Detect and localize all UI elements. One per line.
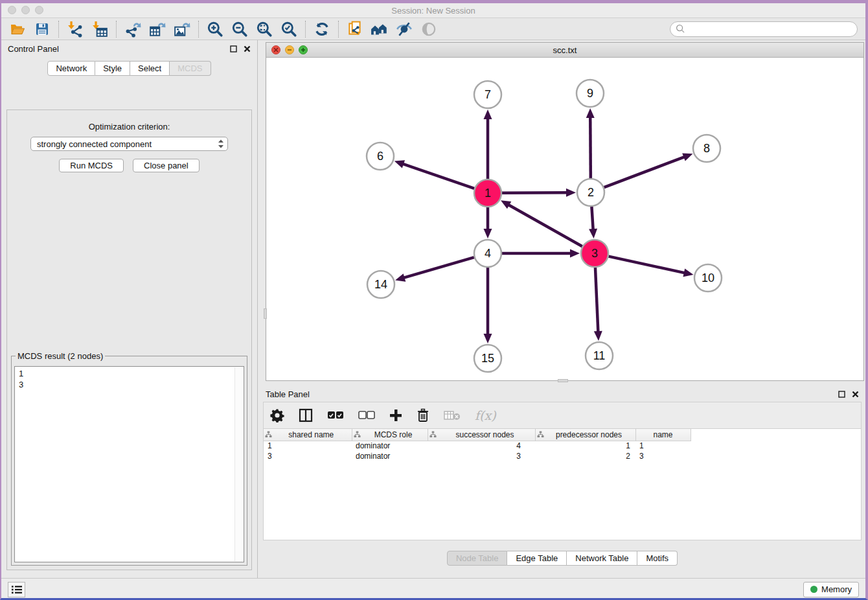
edge-arrowhead — [395, 273, 405, 281]
graph-edge-3-11[interactable] — [595, 268, 598, 332]
mcds-result-text[interactable]: 13 — [14, 366, 244, 562]
columns-icon — [299, 408, 313, 422]
control-tab-mcds[interactable]: MCDS — [170, 61, 211, 76]
network-window-controls — [271, 45, 308, 54]
edge-arrowhead — [484, 229, 492, 238]
toolbar-separator — [198, 21, 199, 38]
result-scrollbar[interactable] — [234, 367, 243, 561]
deselect-all-columns-button[interactable] — [358, 411, 375, 420]
column-header-predecessor-nodes[interactable]: predecessor nodes — [535, 429, 635, 441]
zoom-out-button[interactable] — [227, 19, 252, 39]
table-tab-network-table[interactable]: Network Table — [567, 551, 637, 566]
split-columns-button[interactable] — [299, 408, 313, 422]
search-input[interactable] — [689, 25, 852, 34]
hide-graphics-details-button[interactable] — [392, 19, 417, 39]
close-panel-button[interactable]: Close panel — [133, 159, 200, 172]
first-neighbors-button[interactable] — [367, 19, 392, 39]
memory-button[interactable]: Memory — [803, 582, 859, 597]
delete-columns-button[interactable] — [417, 408, 429, 422]
column-header-shared-name[interactable]: shared name — [264, 429, 352, 441]
edge-arrowhead — [484, 334, 492, 343]
window-resize-handle[interactable] — [558, 379, 568, 382]
export-table-button[interactable] — [145, 19, 170, 39]
edge-arrowhead — [586, 108, 595, 118]
control-tab-select[interactable]: Select — [130, 61, 170, 76]
graph-edge-4-14[interactable] — [404, 257, 474, 278]
import-table-button[interactable] — [87, 19, 112, 39]
table-cell[interactable]: 4 — [428, 441, 535, 451]
table-cell[interactable]: 3 — [428, 451, 535, 461]
network-canvas[interactable]: 7968124314101511 — [266, 58, 863, 380]
close-network-button[interactable] — [271, 45, 280, 54]
graph-node-label: 3 — [591, 247, 598, 260]
table-cell[interactable]: 1 — [535, 441, 635, 451]
refresh-icon — [314, 21, 330, 38]
column-header-MCDS-role[interactable]: MCDS role — [352, 429, 428, 441]
import-network-button[interactable] — [63, 19, 87, 39]
column-header-name[interactable]: name — [635, 429, 691, 441]
graph-edge-2-3[interactable] — [591, 207, 593, 230]
graph-edge-2-8[interactable] — [604, 157, 685, 187]
graph-edge-3-1[interactable] — [508, 205, 582, 247]
column-header-label: MCDS role — [361, 430, 426, 439]
optimization-criterion-dropdown[interactable]: strongly connected component — [30, 137, 228, 151]
open-session-button[interactable] — [5, 19, 30, 39]
table-row[interactable]: 1dominator411 — [264, 441, 691, 451]
table-cell[interactable]: 1 — [635, 441, 691, 451]
edge-arrowhead — [566, 189, 576, 197]
panel-resize-handle[interactable] — [264, 308, 267, 319]
zoom-in-button[interactable] — [203, 19, 227, 39]
graph-edge-2-9[interactable] — [590, 117, 591, 178]
maximize-network-button[interactable] — [299, 45, 308, 54]
optimization-criterion-label: Optimization criterion: — [7, 122, 251, 132]
table-tab-node-table[interactable]: Node Table — [447, 551, 508, 566]
column-header-successor-nodes[interactable]: successor nodes — [428, 429, 535, 441]
graph-edge-3-10[interactable] — [608, 257, 685, 273]
network-window-titlebar[interactable]: scc.txt — [266, 43, 863, 58]
export-network-button[interactable] — [120, 19, 145, 39]
export-image-button[interactable] — [170, 19, 194, 39]
close-panel-icon[interactable] — [852, 391, 859, 398]
control-tab-network[interactable]: Network — [47, 61, 95, 76]
minimize-window-button[interactable] — [21, 6, 30, 14]
graph-edge-1-2[interactable] — [502, 192, 567, 193]
edge-arrowhead — [394, 160, 405, 168]
add-column-button[interactable] — [389, 409, 402, 422]
select-all-columns-button[interactable] — [327, 411, 344, 420]
control-panel-title: Control Panel — [8, 44, 230, 54]
task-history-button[interactable] — [8, 582, 25, 597]
table-row[interactable]: 3dominator323 — [264, 451, 691, 461]
minimize-network-button[interactable] — [285, 45, 294, 54]
node-table: shared nameMCDS rolesuccessor nodesprede… — [263, 429, 862, 540]
table-cell[interactable]: 1 — [264, 441, 352, 451]
function-builder-button[interactable]: f(x) — [475, 408, 496, 422]
float-panel-icon[interactable] — [230, 45, 237, 52]
table-panel: Table Panel — [258, 386, 865, 578]
table-cell[interactable]: 3 — [635, 451, 691, 461]
network-title: scc.txt — [553, 45, 577, 55]
zoom-out-icon — [231, 21, 248, 38]
close-window-button[interactable] — [8, 6, 16, 14]
graph-edge-1-6[interactable] — [402, 164, 474, 189]
show-graphics-details-button[interactable] — [417, 19, 441, 39]
delete-table-button[interactable] — [444, 410, 461, 421]
table-cell[interactable]: dominator — [352, 441, 428, 451]
dropdown-stepper-icon — [217, 139, 225, 149]
close-panel-icon[interactable] — [244, 45, 251, 52]
search-box[interactable] — [670, 21, 858, 37]
table-tab-edge-table[interactable]: Edge Table — [507, 551, 567, 566]
float-panel-icon[interactable] — [838, 391, 845, 398]
control-tab-style[interactable]: Style — [95, 61, 130, 76]
fit-content-button[interactable] — [252, 19, 277, 39]
table-tab-motifs[interactable]: Motifs — [637, 551, 678, 566]
save-session-button[interactable] — [30, 19, 54, 39]
apply-layout-button[interactable] — [310, 19, 334, 39]
run-mcds-button[interactable]: Run MCDS — [59, 159, 124, 172]
table-settings-button[interactable] — [270, 408, 284, 422]
clone-network-button[interactable] — [343, 19, 367, 39]
table-cell[interactable]: dominator — [352, 451, 428, 461]
zoom-window-button[interactable] — [35, 6, 43, 14]
table-cell[interactable]: 2 — [535, 451, 635, 461]
table-cell[interactable]: 3 — [264, 451, 352, 461]
zoom-selected-button[interactable] — [277, 19, 301, 39]
